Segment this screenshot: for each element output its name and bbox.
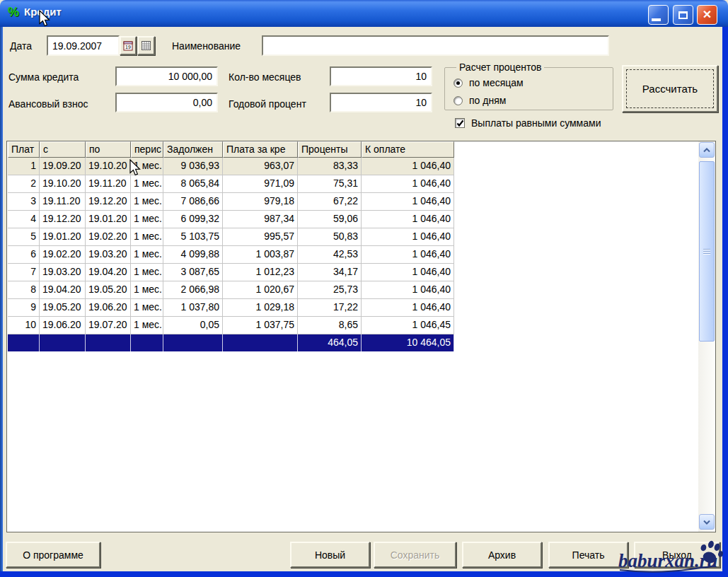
table-cell[interactable]: 19.04.20: [40, 281, 86, 299]
close-button[interactable]: ✕: [697, 5, 717, 25]
table-cell[interactable]: 5: [8, 228, 40, 246]
table-cell[interactable]: 50,83: [298, 228, 362, 246]
scrollbar-thumb[interactable]: [699, 161, 715, 342]
loan-sum-input[interactable]: 10 000,00: [115, 66, 218, 86]
table-cell[interactable]: 19.10.20: [86, 158, 131, 175]
checkbox-icon[interactable]: [455, 118, 465, 128]
table-cell[interactable]: 19.12.20: [86, 193, 131, 211]
table-cell[interactable]: 5 103,75: [163, 228, 223, 246]
annual-rate-input[interactable]: 10: [330, 93, 432, 112]
table-cell[interactable]: 4 099,88: [163, 246, 223, 264]
table-cell[interactable]: 6 099,32: [163, 211, 223, 228]
table-cell[interactable]: 1 мес.: [131, 281, 163, 299]
table-row[interactable]: 419.12.2019.01.201 мес.6 099,32987,3459,…: [8, 211, 454, 228]
table-cell[interactable]: 0,05: [163, 317, 223, 334]
table-cell[interactable]: 1 046,40: [362, 175, 454, 193]
advance-input[interactable]: 0,00: [115, 93, 218, 112]
table-cell[interactable]: 19.09.20: [40, 158, 86, 175]
table-row[interactable]: 619.02.2019.03.201 мес.4 099,881 003,874…: [8, 246, 454, 264]
table-row[interactable]: 319.11.2019.12.201 мес.7 086,66979,1867,…: [8, 193, 454, 211]
table-cell[interactable]: 1 046,40: [362, 246, 454, 264]
table-cell[interactable]: 995,57: [223, 228, 298, 246]
about-button[interactable]: О программе: [6, 542, 100, 568]
table-cell[interactable]: 971,09: [223, 175, 298, 193]
date-picker-button[interactable]: 19: [120, 36, 137, 55]
table-cell[interactable]: 19.07.20: [86, 317, 131, 334]
radio-by-months[interactable]: по месяцам: [453, 77, 524, 88]
table-cell[interactable]: [163, 334, 223, 351]
table-cell[interactable]: 19.11.20: [86, 175, 131, 193]
calculate-button[interactable]: Рассчитать: [622, 65, 718, 112]
table-cell[interactable]: 7: [8, 264, 40, 281]
table-cell[interactable]: 19.02.20: [40, 246, 86, 264]
equal-payments-checkbox-row[interactable]: Выплаты равными суммами: [455, 117, 601, 129]
table-cell[interactable]: 10: [8, 317, 40, 334]
save-button[interactable]: Сохранить: [374, 542, 456, 568]
table-cell[interactable]: 1 мес.: [131, 264, 163, 281]
table-cell[interactable]: [223, 334, 298, 351]
table-cell[interactable]: 963,07: [223, 158, 298, 175]
table-cell[interactable]: 19.06.20: [40, 317, 86, 334]
table-cell[interactable]: 4: [8, 211, 40, 228]
table-cell[interactable]: 59,06: [298, 211, 362, 228]
table-cell[interactable]: 8: [8, 281, 40, 299]
table-cell[interactable]: 1 мес.: [131, 317, 163, 334]
table-cell[interactable]: 7 086,66: [163, 193, 223, 211]
table-cell[interactable]: 42,53: [298, 246, 362, 264]
table-cell[interactable]: 17,22: [298, 299, 362, 317]
table-cell[interactable]: 19.11.20: [40, 193, 86, 211]
table-cell[interactable]: 19.12.20: [40, 211, 86, 228]
table-cell[interactable]: 1: [8, 158, 40, 175]
table-cell[interactable]: 19.05.20: [86, 281, 131, 299]
table-cell[interactable]: 10 464,05: [362, 334, 454, 351]
table-cell[interactable]: 19.01.20: [40, 228, 86, 246]
table-cell[interactable]: 1 046,40: [362, 211, 454, 228]
table-cell[interactable]: [8, 334, 40, 351]
table-cell[interactable]: 1 046,40: [362, 299, 454, 317]
print-button[interactable]: Печать: [548, 542, 628, 568]
scroll-down-button[interactable]: [699, 514, 715, 530]
table-cell[interactable]: 19.10.20: [40, 175, 86, 193]
table-cell[interactable]: 1 мес.: [131, 246, 163, 264]
radio-by-days[interactable]: по дням: [453, 95, 506, 106]
table-row[interactable]: 719.03.2019.04.201 мес.3 087,651 012,233…: [8, 264, 454, 281]
table-cell[interactable]: 19.02.20: [86, 228, 131, 246]
table-cell[interactable]: 19.06.20: [86, 299, 131, 317]
title-bar[interactable]: % Кредит ✕: [0, 0, 728, 27]
table-row[interactable]: 219.10.2019.11.201 мес.8 065,84971,0975,…: [8, 175, 454, 193]
table-cell[interactable]: 1 020,67: [223, 281, 298, 299]
table-cell[interactable]: 979,18: [223, 193, 298, 211]
table-cell[interactable]: [40, 334, 86, 351]
table-cell[interactable]: 19.05.20: [40, 299, 86, 317]
scroll-up-button[interactable]: [699, 142, 715, 158]
radio-button-icon[interactable]: [453, 96, 463, 105]
vertical-scrollbar[interactable]: [698, 141, 715, 532]
table-cell[interactable]: 1 мес.: [131, 175, 163, 193]
table-cell[interactable]: 2: [8, 175, 40, 193]
table-cell[interactable]: 8,65: [298, 317, 362, 334]
table-row[interactable]: 119.09.2019.10.201 мес.9 036,93963,0783,…: [8, 158, 454, 175]
table-cell[interactable]: 75,31: [298, 175, 362, 193]
new-button[interactable]: Новый: [290, 542, 370, 568]
table-cell[interactable]: 3 087,65: [163, 264, 223, 281]
table-cell[interactable]: 19.01.20: [86, 211, 131, 228]
table-row[interactable]: 919.05.2019.06.201 мес.1 037,801 029,181…: [8, 299, 454, 317]
table-cell[interactable]: 1 мес.: [131, 299, 163, 317]
table-cell[interactable]: 1 046,45: [362, 317, 454, 334]
table-row[interactable]: 819.04.2019.05.201 мес.2 066,981 020,672…: [8, 281, 454, 299]
table-cell[interactable]: 8 065,84: [163, 175, 223, 193]
table-cell[interactable]: 25,73: [298, 281, 362, 299]
table-cell[interactable]: 9: [8, 299, 40, 317]
loan-schedule-table[interactable]: ПлатспоперисЗадолженПлата за креПроценты…: [6, 141, 716, 532]
table-cell[interactable]: 1 046,40: [362, 228, 454, 246]
table-cell[interactable]: 1 046,40: [362, 281, 454, 299]
table-cell[interactable]: 9 036,93: [163, 158, 223, 175]
table-cell[interactable]: 3: [8, 193, 40, 211]
table-cell[interactable]: 1 012,23: [223, 264, 298, 281]
radio-button-icon[interactable]: [453, 78, 463, 88]
table-cell[interactable]: 19.04.20: [86, 264, 131, 281]
table-cell[interactable]: 2 066,98: [163, 281, 223, 299]
maximize-button[interactable]: [673, 5, 693, 25]
table-cell[interactable]: 1 037,75: [223, 317, 298, 334]
table-cell[interactable]: 1 046,40: [362, 158, 454, 175]
